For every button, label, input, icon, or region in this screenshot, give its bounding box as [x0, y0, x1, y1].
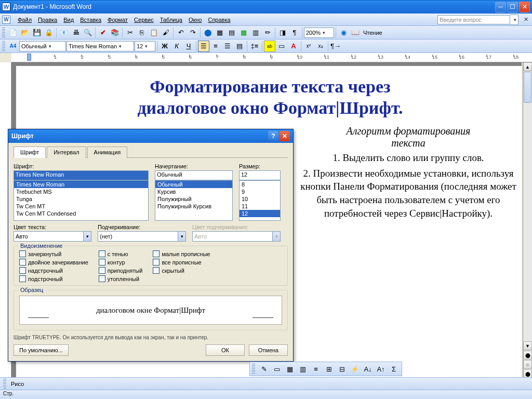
align-icon[interactable]: ≡: [310, 363, 322, 375]
tables-borders-button[interactable]: ▦: [214, 27, 225, 38]
prev-page-button[interactable]: ⬤: [523, 351, 532, 360]
color-combo[interactable]: Авто▾: [14, 231, 91, 242]
reading-layout-button[interactable]: 📖: [350, 27, 361, 38]
list-item[interactable]: Tw Cen MT: [14, 203, 148, 210]
tables-toolbar[interactable]: ✎ ▭ ▦ ▥ ≡ ⊞ ⊟ ⚡ A↓ A↑ Σ: [249, 362, 402, 376]
cut-button[interactable]: ✂: [124, 27, 136, 38]
size-listbox[interactable]: 8 9 10 11 12: [239, 180, 281, 221]
menu-view[interactable]: Вид: [60, 16, 77, 24]
cb-smallcaps[interactable]: малые прописные: [153, 250, 210, 257]
doc-close-button[interactable]: ✕: [522, 16, 530, 24]
cb-superscript[interactable]: надстрочный: [19, 267, 88, 274]
dialog-titlebar[interactable]: Шрифт ? ✕: [8, 129, 293, 143]
menu-insert[interactable]: Вставка: [77, 16, 104, 24]
list-item[interactable]: Курсив: [155, 188, 232, 195]
zoom-combo[interactable]: 200%▾: [304, 28, 334, 38]
scroll-thumb[interactable]: [524, 72, 531, 103]
vertical-scrollbar[interactable]: ▲ ▼ ⬤ ○ ⬤: [523, 62, 532, 378]
highlight-button[interactable]: ab: [264, 41, 275, 52]
menu-tools[interactable]: Сервис: [131, 16, 157, 24]
word-doc-icon[interactable]: W: [2, 16, 10, 24]
font-input[interactable]: Times New Roman: [14, 170, 149, 180]
superscript-button[interactable]: x²: [303, 41, 314, 52]
menu-table[interactable]: Таблица: [157, 16, 185, 24]
draw-menu[interactable]: Рисо: [11, 381, 24, 387]
align-right-button[interactable]: ☰: [222, 41, 233, 52]
bold-button[interactable]: Ж: [159, 41, 170, 52]
font-listbox[interactable]: Times New Roman Trebuchet MS Tunga Tw Ce…: [14, 180, 149, 221]
new-doc-button[interactable]: 📄: [7, 27, 19, 38]
styles-pane-button[interactable]: A4: [7, 41, 19, 52]
format-painter-button[interactable]: 🖌: [160, 27, 171, 38]
excel-button[interactable]: ▦: [238, 27, 249, 38]
redo-button[interactable]: ↷: [187, 27, 198, 38]
cb-allcaps[interactable]: все прописные: [153, 259, 210, 265]
list-item[interactable]: 9: [240, 188, 280, 195]
cb-shadow[interactable]: с тенью: [99, 250, 143, 257]
italic-button[interactable]: К: [171, 41, 182, 52]
question-dropdown[interactable]: ▾: [510, 15, 518, 25]
columns-button[interactable]: ▥: [250, 27, 261, 38]
reading-label[interactable]: Чтение: [362, 28, 384, 38]
list-item[interactable]: Tw Cen MT Condensed: [14, 210, 148, 217]
style-combo[interactable]: Обычный▾: [19, 41, 66, 51]
list-item[interactable]: Times New Roman: [14, 181, 148, 188]
cb-subscript[interactable]: подстрочный: [19, 275, 88, 282]
list-item[interactable]: Полужирный Курсив: [155, 203, 232, 210]
paste-button[interactable]: 📋: [148, 27, 159, 38]
fontsize-combo[interactable]: 12▾: [135, 41, 155, 51]
save-button[interactable]: 💾: [31, 27, 43, 38]
line-spacing-button[interactable]: ‡≡: [249, 41, 260, 52]
insert-table-button[interactable]: ▤: [226, 27, 237, 38]
close-button[interactable]: ✕: [519, 2, 530, 12]
underline-combo[interactable]: (нет)▾: [98, 231, 186, 242]
autosum-icon[interactable]: Σ: [388, 363, 400, 375]
style-listbox[interactable]: Обычный Курсив Полужирный Полужирный Кур…: [155, 180, 233, 221]
align-justify-button[interactable]: ▤: [234, 41, 245, 52]
toolbar-grip[interactable]: [3, 379, 6, 389]
distribute-rows-icon[interactable]: ⊞: [323, 363, 335, 375]
align-left-button[interactable]: ☰: [198, 41, 209, 52]
doc-map-button[interactable]: ◨: [277, 27, 288, 38]
autoformat-icon[interactable]: ⚡: [349, 363, 361, 375]
subscript-button[interactable]: x₂: [315, 41, 326, 52]
toolbar-grip[interactable]: [2, 28, 5, 38]
font-combo[interactable]: Times New Roman▾: [66, 41, 134, 51]
undo-button[interactable]: ↶: [175, 27, 187, 38]
cb-emboss[interactable]: приподнятый: [99, 267, 143, 274]
list-item[interactable]: 8: [240, 181, 280, 188]
list-item[interactable]: 10: [240, 195, 280, 203]
eraser-icon[interactable]: ▭: [271, 363, 283, 375]
merge-icon[interactable]: ▦: [284, 363, 296, 375]
drawing-button[interactable]: ✏: [262, 27, 273, 38]
permissions-button[interactable]: 🔒: [43, 27, 55, 38]
horizontal-ruler[interactable]: 123456789101112131415161718: [11, 53, 532, 62]
dialog-help-button[interactable]: ?: [268, 131, 278, 141]
print-button[interactable]: 🖶: [70, 27, 82, 38]
scroll-up-button[interactable]: ▲: [523, 62, 532, 71]
menu-file[interactable]: Файл: [15, 16, 35, 24]
hyperlink-button[interactable]: ⬤: [202, 27, 214, 38]
list-item[interactable]: 11: [240, 203, 280, 210]
cb-hidden[interactable]: скрытый: [153, 267, 210, 274]
menu-edit[interactable]: Правка: [35, 16, 60, 24]
draw-table-icon[interactable]: ✎: [258, 363, 270, 375]
toolbar-grip[interactable]: [252, 364, 255, 374]
cancel-button[interactable]: Отмена: [249, 344, 288, 356]
split-icon[interactable]: ▥: [297, 363, 309, 375]
list-item[interactable]: Обычный: [155, 181, 232, 188]
list-item[interactable]: Trebuchet MS: [14, 188, 148, 195]
ltr-button[interactable]: ¶→: [330, 41, 341, 52]
tab-animation[interactable]: Анимация: [87, 147, 128, 158]
cb-outline[interactable]: контур: [99, 259, 143, 265]
spelling-button[interactable]: ✔: [97, 27, 109, 38]
menu-format[interactable]: Формат: [104, 16, 131, 24]
size-input[interactable]: 12: [239, 170, 281, 180]
border-button[interactable]: ▭: [276, 41, 287, 52]
dialog-close-button[interactable]: ✕: [280, 131, 290, 141]
cb-strikethrough[interactable]: зачеркнутый: [19, 250, 88, 257]
email-button[interactable]: 📧: [58, 27, 70, 38]
copy-button[interactable]: ⎘: [136, 27, 148, 38]
cb-double-strike[interactable]: двойное зачеркивание: [19, 259, 88, 265]
default-button[interactable]: По умолчанию...: [14, 344, 69, 356]
